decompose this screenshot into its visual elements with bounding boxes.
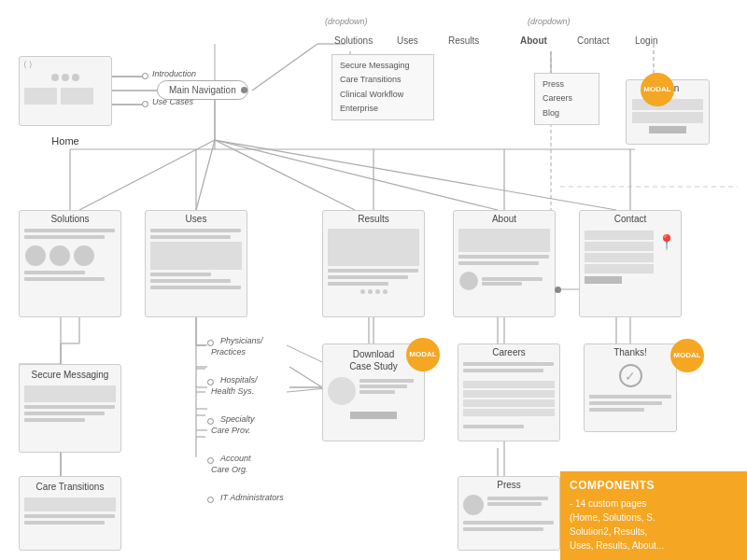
svg-line-8: [215, 140, 355, 210]
contact-title: Contact: [580, 211, 681, 226]
results-page: Results: [322, 210, 425, 317]
uses-link-3: AccountCare Org.: [211, 454, 251, 474]
thanks-modal-badge: MODAL: [670, 339, 704, 372]
contact-page: Contact 📍: [579, 210, 682, 317]
uses-link-dot-1: [207, 379, 214, 385]
components-panel: COMPONENTS - 14 custom pages (Home, Solu…: [560, 471, 747, 560]
ct-title: Care Transitions: [20, 477, 120, 495]
uses-link-dot-3: [207, 457, 214, 464]
uses-link-dot-0: [207, 340, 214, 346]
svg-line-6: [79, 140, 215, 210]
components-title: COMPONENTS: [570, 479, 738, 492]
home-label: Home: [19, 135, 112, 147]
uses-page: Uses: [145, 210, 247, 317]
solutions-page: Solutions: [19, 210, 121, 317]
uses-title: Uses: [146, 211, 247, 226]
nav-solutions[interactable]: Solutions: [334, 35, 373, 46]
solutions-dropdown: Secure Messaging Care Transitions Clinic…: [331, 54, 434, 120]
results-title: Results: [323, 211, 424, 226]
about-dd-item-0: Press: [543, 77, 591, 91]
about-title: About: [454, 211, 555, 226]
uses-link-2: SpecialtyCare Prov.: [211, 414, 255, 435]
careers-title: Careers: [458, 344, 559, 359]
comp-item-2: Solution2, Results,: [570, 525, 738, 539]
download-modal-badge: MODAL: [406, 338, 440, 371]
sol-dd-item-3: Enterprise: [340, 102, 426, 116]
uses-link-dot-2: [207, 418, 214, 425]
main-nav-label: Main Navigation: [169, 85, 236, 95]
uses-link-dot-4: [207, 497, 214, 503]
nav-login[interactable]: Login: [635, 35, 657, 46]
svg-line-10: [215, 140, 616, 210]
sm-title: Secure Messaging: [20, 365, 120, 383]
nav-contact[interactable]: Contact: [577, 35, 609, 46]
thanks-node: Thanks! ✓: [584, 343, 677, 432]
about-dd-item-1: Careers: [543, 91, 591, 105]
main-nav-pill: Main Navigation: [157, 80, 248, 100]
dropdown-label-1: (dropdown): [325, 17, 368, 26]
uses-link-0: Physicians/Practices: [211, 336, 263, 357]
sol-dd-item-0: Secure Messaging: [340, 59, 426, 73]
forward-chevron: ⟩: [29, 60, 33, 69]
svg-line-7: [196, 140, 215, 210]
home-node: ⟨ ⟩: [19, 56, 112, 126]
sol-dd-item-1: Care Transitions: [340, 73, 426, 87]
intro-label: Introduction: [152, 69, 196, 78]
about-dd-item-2: Blog: [543, 106, 591, 120]
uses-sublinks: Physicians/Practices Hospitals/Health Sy…: [207, 334, 280, 502]
nav-dot: [241, 87, 247, 93]
uses-link-4: IT Administrators: [220, 493, 284, 502]
nav-about[interactable]: About: [520, 35, 547, 46]
svg-line-1: [252, 44, 317, 91]
secure-messaging-page: Secure Messaging: [19, 364, 121, 453]
about-page: About: [453, 210, 556, 317]
svg-line-9: [215, 140, 498, 210]
dropdown-label-2: (dropdown): [528, 17, 571, 26]
uses-link-1: Hospitals/Health Sys.: [211, 375, 258, 396]
comp-item-3: Uses, Results, About...: [570, 539, 738, 553]
nav-uses[interactable]: Uses: [397, 35, 418, 46]
svg-line-44: [289, 367, 322, 387]
press-page: Press: [458, 476, 560, 551]
careers-page: Careers: [458, 343, 560, 441]
solutions-title: Solutions: [20, 211, 120, 226]
sol-dd-item-2: Clinical Workflow: [340, 88, 426, 102]
comp-item-1: (Home, Solutions, S.: [570, 511, 738, 525]
press-title: Press: [458, 477, 559, 492]
nav-results[interactable]: Results: [448, 35, 479, 46]
usecases-dot: [142, 101, 148, 107]
back-chevron: ⟨: [23, 60, 27, 69]
comp-item-0: - 14 custom pages: [570, 497, 738, 511]
about-dot: [555, 287, 561, 293]
login-modal-badge: MODAL: [641, 73, 674, 106]
about-dropdown: Press Careers Blog: [534, 73, 599, 125]
care-transitions-page: Care Transitions: [19, 476, 121, 551]
diagram-container: ⟨ ⟩ Home Introduction Use Cases Main Nav…: [0, 0, 747, 560]
thanks-title: Thanks!: [585, 344, 676, 359]
intro-dot: [142, 73, 148, 79]
